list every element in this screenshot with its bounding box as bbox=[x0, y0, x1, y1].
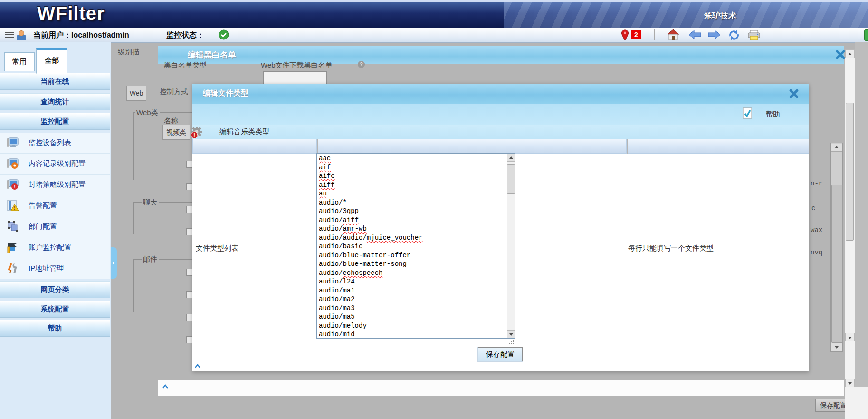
level-description-label: 级别描 bbox=[118, 48, 139, 57]
sidebar-group-help[interactable]: 帮助 bbox=[0, 320, 110, 337]
sidebar-group-query[interactable]: 查询统计 bbox=[0, 93, 110, 110]
file-type-line: aac bbox=[319, 154, 513, 163]
monitor-icon bbox=[7, 136, 19, 149]
textarea-scrollbar-thumb[interactable] bbox=[507, 164, 515, 194]
file-type-line: audio/ma5 bbox=[319, 312, 513, 322]
file-type-line: audio/audio/mjuice_voucher bbox=[319, 234, 513, 243]
blacklist-close-icon[interactable] bbox=[835, 49, 846, 60]
svg-text:!: ! bbox=[193, 132, 195, 139]
header-cell bbox=[318, 139, 627, 154]
file-type-line: audio/blue-matter-offer bbox=[319, 251, 513, 260]
file-type-line: audio/basic bbox=[319, 242, 513, 251]
header-cell bbox=[628, 139, 809, 154]
print-icon[interactable] bbox=[748, 30, 760, 40]
file-type-line: audio/* bbox=[319, 198, 513, 207]
file-type-list-textarea[interactable]: aacaifaifcaiffauaudio/*audio/3gppaudio/a… bbox=[316, 153, 515, 339]
header-cell bbox=[192, 139, 317, 154]
filetype-subtitle: 编辑音乐类类型 bbox=[219, 127, 269, 136]
forward-icon[interactable] bbox=[708, 30, 720, 39]
filetype-modal-titlebar: 编辑文件类型 bbox=[192, 84, 809, 104]
sidebar-group-online[interactable]: 当前在线 bbox=[0, 73, 110, 90]
filetype-modal-title: 编辑文件类型 bbox=[203, 88, 248, 98]
sidebar-item-account-monitor[interactable]: 账户监控配置 bbox=[0, 237, 110, 258]
toolbar: 当前用户：localhost/admin 监控状态： 2 bbox=[0, 28, 868, 43]
file-type-line: aif bbox=[319, 163, 513, 172]
control-dropdown-greyed bbox=[263, 71, 327, 85]
list-fragment: nvq bbox=[811, 249, 822, 256]
user-icon bbox=[16, 29, 27, 41]
file-type-line: audio/ma3 bbox=[319, 304, 513, 313]
edge-icon[interactable] bbox=[864, 29, 868, 41]
monitor-alert-icon: ! bbox=[7, 178, 19, 191]
header-banner: WFilter 笨驴技术 bbox=[0, 2, 868, 28]
alert-pin-icon[interactable] bbox=[621, 29, 629, 41]
current-user-label: 当前用户：localhost/admin bbox=[33, 30, 129, 40]
sidebar-group-monitor-config[interactable]: 监控配置 bbox=[0, 113, 110, 130]
file-type-line: audio/3gpp bbox=[319, 207, 513, 216]
blacklist-type-label: 黑白名单类型 bbox=[164, 61, 207, 70]
toolbar-divider bbox=[654, 29, 655, 40]
sidebar-group-system-config[interactable]: 系统配置 bbox=[0, 301, 110, 318]
file-type-line: audio/amr-wb bbox=[319, 224, 513, 234]
sidebar-item-ip-management[interactable]: IP地址管理 bbox=[0, 258, 110, 279]
collapse-up-icon[interactable] bbox=[194, 364, 201, 369]
brand-name: 笨驴技术 bbox=[704, 10, 736, 21]
tab-all[interactable]: 全部 bbox=[36, 48, 67, 74]
resize-grip-icon[interactable] bbox=[508, 339, 515, 345]
help-doc-icon[interactable] bbox=[743, 107, 752, 119]
filetype-hint: 每行只能填写一个文件类型 bbox=[628, 244, 714, 253]
tools-icon bbox=[7, 262, 19, 274]
file-type-line: audio/ma2 bbox=[319, 295, 513, 304]
file-type-line: audio/aiff bbox=[319, 216, 513, 225]
account-flag-icon bbox=[7, 241, 19, 253]
file-type-line: audio/ma1 bbox=[319, 286, 513, 295]
list-fragment: n-r… bbox=[811, 180, 827, 187]
alert-count-badge[interactable]: 2 bbox=[631, 30, 641, 39]
sidebar-group-web-category[interactable]: 网页分类 bbox=[0, 281, 110, 298]
help-link[interactable]: 帮助 bbox=[766, 110, 780, 119]
monitor-status-label: 监控状态： bbox=[166, 30, 204, 40]
blacklist-footer-band bbox=[158, 380, 844, 396]
svg-text:!: ! bbox=[14, 184, 16, 189]
sidebar-item-block-level[interactable]: ! 封堵策略级别配置 bbox=[0, 175, 110, 195]
home-icon[interactable] bbox=[667, 29, 679, 41]
filetype-modal: 编辑文件类型 帮助 bbox=[192, 84, 809, 371]
header-photo-decoration bbox=[504, 2, 868, 28]
refresh-icon[interactable] bbox=[728, 29, 740, 41]
menu-icon[interactable] bbox=[5, 31, 14, 39]
control-mode-label: 控制方式 bbox=[160, 88, 188, 97]
file-type-line: audio/melody bbox=[319, 322, 513, 331]
sidebar: 常用 全部 当前在线 查询统计 监控配置 监控设备列表 内容记录级别配置 ! 封… bbox=[0, 42, 111, 419]
monitor-gear-icon bbox=[7, 157, 19, 170]
scroll-corner bbox=[845, 387, 868, 419]
web-tab-greyed: Web bbox=[126, 86, 146, 101]
textarea-scrollbar[interactable] bbox=[507, 154, 515, 338]
filetype-list-label: 文件类型列表 bbox=[196, 244, 238, 253]
sidebar-item-alarm-config[interactable]: ! 告警配置 bbox=[0, 195, 110, 216]
file-type-line: audio/l24 bbox=[319, 277, 513, 286]
filetype-close-icon[interactable] bbox=[789, 88, 799, 99]
collapse-up-icon[interactable] bbox=[162, 384, 169, 389]
file-type-line: aiff bbox=[319, 181, 513, 190]
sidebar-collapse-handle[interactable] bbox=[111, 247, 117, 279]
wfilter-app: WFilter 笨驴技术 当前用户：localhost/admin 监控状态： … bbox=[0, 0, 868, 419]
group-web-label: Web类 bbox=[135, 108, 160, 117]
sidebar-item-device-list[interactable]: 监控设备列表 bbox=[0, 133, 110, 154]
sidebar-item-department-config[interactable]: 部门配置 bbox=[0, 216, 110, 237]
page-scrollbar-thumb[interactable] bbox=[846, 103, 854, 241]
greyed-list-scrollbar[interactable] bbox=[830, 143, 843, 352]
sidebar-item-content-level[interactable]: 内容记录级别配置 bbox=[0, 154, 110, 175]
file-type-line: audio/echospeech bbox=[319, 269, 513, 278]
back-icon[interactable] bbox=[689, 30, 701, 39]
wfilter-logo: WFilter bbox=[37, 3, 105, 24]
group-mail-label: 邮件 bbox=[142, 255, 159, 264]
svg-text:!: ! bbox=[14, 205, 15, 211]
tab-common[interactable]: 常用 bbox=[4, 52, 35, 71]
filetype-save-button[interactable]: 保存配置 bbox=[478, 347, 523, 361]
filetype-modal-subheader: 帮助 bbox=[192, 104, 809, 125]
page-scrollbar[interactable] bbox=[845, 49, 855, 387]
department-icon bbox=[7, 220, 19, 233]
file-type-line: au bbox=[319, 189, 513, 198]
help-circle-icon: ? bbox=[358, 61, 365, 68]
video-tab-greyed: 视频类 bbox=[162, 125, 190, 140]
